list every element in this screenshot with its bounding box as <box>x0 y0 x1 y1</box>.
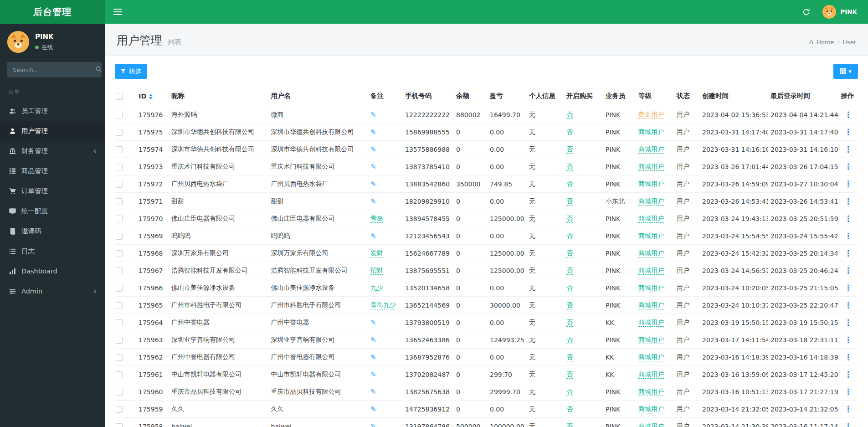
column-header-5[interactable]: 余额 <box>453 86 487 106</box>
row-checkbox[interactable] <box>116 268 123 274</box>
level-link[interactable]: 商城用户 <box>638 370 664 379</box>
edit-remark-icon[interactable]: ✎ <box>370 422 376 427</box>
purchase-toggle-link[interactable]: 否 <box>566 232 573 240</box>
edit-remark-icon[interactable]: ✎ <box>370 336 376 344</box>
hamburger-menu-icon[interactable] <box>105 0 130 24</box>
edit-remark-icon[interactable]: ✎ <box>370 128 376 136</box>
level-link[interactable]: 商城用户 <box>638 336 664 344</box>
row-checkbox[interactable] <box>116 146 123 153</box>
purchase-toggle-link[interactable]: 否 <box>566 284 573 292</box>
row-actions-button[interactable]: ⋮ <box>841 196 856 206</box>
remark-link[interactable]: 九少 <box>370 284 383 292</box>
row-checkbox[interactable] <box>116 319 123 326</box>
column-header-13[interactable]: 最后登录时间 <box>768 86 838 106</box>
remark-link[interactable]: 招财 <box>370 267 383 275</box>
edit-remark-icon[interactable]: ✎ <box>370 405 376 413</box>
column-header-7[interactable]: 个人信息 <box>526 86 564 106</box>
row-checkbox[interactable] <box>116 423 123 427</box>
row-actions-button[interactable]: ⋮ <box>841 300 856 310</box>
purchase-toggle-link[interactable]: 否 <box>566 249 573 257</box>
row-checkbox[interactable] <box>116 181 123 188</box>
filter-button[interactable]: 筛选 <box>115 64 147 79</box>
level-link[interactable]: 商城用户 <box>638 145 664 154</box>
purchase-toggle-link[interactable]: 否 <box>566 197 573 206</box>
row-actions-button[interactable]: ⋮ <box>841 231 856 241</box>
purchase-toggle-link[interactable]: 否 <box>566 111 573 119</box>
row-actions-button[interactable]: ⋮ <box>841 387 856 396</box>
sort-icon[interactable] <box>149 94 153 99</box>
purchase-toggle-link[interactable]: 否 <box>566 180 573 188</box>
remark-link[interactable]: 发财 <box>370 249 383 257</box>
row-actions-button[interactable]: ⋮ <box>841 370 856 379</box>
sidebar-item-config[interactable]: 统一配置 <box>0 201 105 221</box>
edit-remark-icon[interactable]: ✎ <box>370 111 376 119</box>
row-checkbox[interactable] <box>116 129 123 136</box>
purchase-toggle-link[interactable]: 否 <box>566 422 573 427</box>
row-actions-button[interactable]: ⋮ <box>841 179 856 189</box>
refresh-icon[interactable] <box>800 5 812 18</box>
row-actions-button[interactable]: ⋮ <box>841 214 856 223</box>
sidebar-item-staff[interactable]: 员工管理 <box>0 101 105 121</box>
purchase-toggle-link[interactable]: 否 <box>566 370 573 379</box>
purchase-toggle-link[interactable]: 否 <box>566 405 573 413</box>
remark-link[interactable]: 青岛 <box>370 215 383 223</box>
row-actions-button[interactable]: ⋮ <box>841 335 856 345</box>
purchase-toggle-link[interactable]: 否 <box>566 388 573 396</box>
column-header-11[interactable]: 状态 <box>674 86 699 106</box>
level-link[interactable]: 商城用户 <box>638 301 664 309</box>
row-actions-button[interactable]: ⋮ <box>841 248 856 258</box>
row-checkbox[interactable] <box>116 406 123 413</box>
edit-remark-icon[interactable]: ✎ <box>370 145 376 154</box>
row-checkbox[interactable] <box>116 371 123 378</box>
row-actions-button[interactable]: ⋮ <box>841 318 856 327</box>
level-link[interactable]: 商城用户 <box>638 128 664 136</box>
purchase-toggle-link[interactable]: 否 <box>566 145 573 154</box>
purchase-toggle-link[interactable]: 否 <box>566 353 573 361</box>
level-link[interactable]: 商城用户 <box>638 284 664 292</box>
sidebar-item-finance[interactable]: 财务管理‹ <box>0 141 105 161</box>
row-checkbox[interactable] <box>116 250 123 257</box>
row-checkbox[interactable] <box>116 164 123 170</box>
breadcrumb-home[interactable]: Home <box>817 39 834 46</box>
level-link[interactable]: 商城用户 <box>638 249 664 257</box>
level-link[interactable]: 商城用户 <box>638 180 664 188</box>
row-checkbox[interactable] <box>116 216 123 222</box>
column-header-2[interactable]: 用户名 <box>268 86 368 106</box>
edit-remark-icon[interactable]: ✎ <box>370 319 376 327</box>
level-link[interactable]: 商城用户 <box>638 163 664 171</box>
column-header-10[interactable]: 等级 <box>636 86 674 106</box>
remark-link[interactable]: 青岛九少 <box>370 301 396 309</box>
level-link[interactable]: 商城用户 <box>638 405 664 413</box>
row-checkbox[interactable] <box>116 354 123 361</box>
column-header-14[interactable]: 操作 <box>838 86 858 106</box>
column-toggle-button[interactable]: ▾ <box>833 64 858 79</box>
row-actions-button[interactable]: ⋮ <box>841 110 856 119</box>
column-header-8[interactable]: 开启购买 <box>564 86 603 106</box>
row-actions-button[interactable]: ⋮ <box>841 422 856 427</box>
purchase-toggle-link[interactable]: 否 <box>566 215 573 223</box>
level-link[interactable]: 商城用户 <box>638 388 664 396</box>
edit-remark-icon[interactable]: ✎ <box>370 370 376 379</box>
level-link[interactable]: 黄金用户 <box>638 111 664 119</box>
row-actions-button[interactable]: ⋮ <box>841 144 856 154</box>
select-all-checkbox[interactable] <box>116 93 123 100</box>
search-input[interactable] <box>7 62 96 77</box>
edit-remark-icon[interactable]: ✎ <box>370 232 376 240</box>
row-checkbox[interactable] <box>116 112 123 118</box>
sidebar-item-invite[interactable]: 邀请码 <box>0 221 105 241</box>
level-link[interactable]: 商城用户 <box>638 353 664 361</box>
purchase-toggle-link[interactable]: 否 <box>566 128 573 136</box>
edit-remark-icon[interactable]: ✎ <box>370 197 376 206</box>
level-link[interactable]: 商城用户 <box>638 197 664 206</box>
level-link[interactable]: 商城用户 <box>638 215 664 223</box>
level-link[interactable]: 商城用户 <box>638 232 664 240</box>
purchase-toggle-link[interactable]: 否 <box>566 336 573 344</box>
row-actions-button[interactable]: ⋮ <box>841 266 856 275</box>
row-checkbox[interactable] <box>116 337 123 344</box>
row-actions-button[interactable]: ⋮ <box>841 283 856 293</box>
edit-remark-icon[interactable]: ✎ <box>370 353 376 361</box>
sidebar-item-orders[interactable]: 订单管理 <box>0 181 105 201</box>
row-checkbox[interactable] <box>116 389 123 396</box>
level-link[interactable]: 商城用户 <box>638 319 664 327</box>
column-header-0[interactable]: ID <box>136 86 169 106</box>
